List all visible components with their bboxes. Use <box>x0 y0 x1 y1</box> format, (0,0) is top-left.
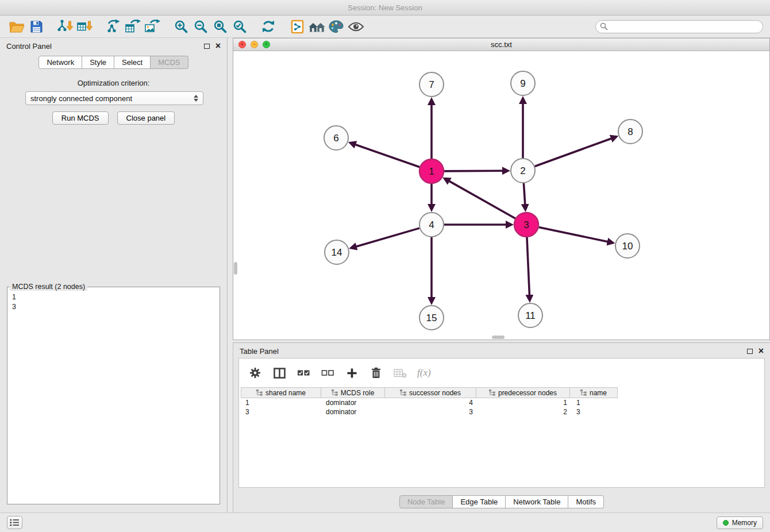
graph-node-3[interactable]: 3 <box>514 213 538 237</box>
zoom-selected-icon[interactable] <box>230 17 249 36</box>
float-panel-icon[interactable] <box>204 44 210 49</box>
cell-successor-nodes[interactable]: 3 <box>386 407 478 417</box>
graph-node-1[interactable]: 1 <box>419 159 444 183</box>
cell-name[interactable]: 1 <box>572 398 620 407</box>
table-row[interactable]: 3dominator323 <box>241 407 764 417</box>
refresh-icon[interactable] <box>259 17 278 36</box>
import-table-icon[interactable] <box>75 17 94 36</box>
column-header-MCDS-role[interactable]: MCDS role <box>321 387 385 398</box>
tab-motifs[interactable]: Motifs <box>568 495 604 508</box>
edge-2-to-3[interactable] <box>523 183 525 205</box>
memory-button[interactable]: Memory <box>717 516 763 529</box>
zoom-in-icon[interactable] <box>171 17 191 36</box>
graph-node-9[interactable]: 9 <box>511 71 535 95</box>
save-icon[interactable] <box>26 17 46 36</box>
mcds-result-text[interactable]: 1 3 <box>7 291 220 504</box>
network-graph-canvas[interactable]: 1234678910111415 <box>233 51 769 340</box>
edge-2-to-8[interactable] <box>535 138 611 167</box>
delete-table-icon[interactable] <box>391 364 409 382</box>
edge-3-to-10[interactable] <box>539 228 608 242</box>
add-row-icon[interactable] <box>342 364 361 382</box>
graph-node-4[interactable]: 4 <box>419 213 444 237</box>
tab-select[interactable]: Select <box>114 56 151 69</box>
graph-node-8[interactable]: 8 <box>618 119 642 144</box>
cell-MCDS-role[interactable]: dominator <box>321 398 386 407</box>
vertical-scrollbar[interactable] <box>234 262 237 275</box>
fx-icon[interactable]: f(x) <box>415 367 431 379</box>
cell-predecessor-nodes[interactable]: 2 <box>478 407 572 417</box>
close-window-icon[interactable]: × <box>238 41 246 48</box>
graph-node-7[interactable]: 7 <box>419 72 444 97</box>
float-table-panel-icon[interactable] <box>747 349 753 354</box>
graph-node-label: 8 <box>627 126 633 137</box>
zoom-out-icon[interactable] <box>191 17 210 36</box>
graph-node-label: 14 <box>332 247 342 258</box>
cell-shared-name[interactable]: 1 <box>241 398 321 407</box>
column-header-label: predecessor nodes <box>498 389 557 397</box>
houses-icon[interactable] <box>307 17 326 36</box>
zoom-fit-icon[interactable] <box>210 17 230 36</box>
eye-icon[interactable] <box>346 17 365 36</box>
export-image-icon[interactable] <box>143 17 162 36</box>
close-panel-button[interactable]: Close panel <box>117 111 175 125</box>
graph-node-10[interactable]: 10 <box>615 234 640 258</box>
horizontal-scrollbar[interactable] <box>492 336 505 339</box>
cell-predecessor-nodes[interactable]: 1 <box>478 398 572 407</box>
graph-node-11[interactable]: 11 <box>518 303 542 327</box>
import-network-icon[interactable] <box>55 17 75 36</box>
close-table-panel-icon[interactable]: × <box>759 346 764 356</box>
cell-name[interactable]: 3 <box>572 407 620 417</box>
palette-icon[interactable] <box>326 17 346 36</box>
cell-shared-name[interactable]: 3 <box>241 407 321 417</box>
select-all-icon[interactable] <box>294 364 313 382</box>
minimize-window-icon[interactable]: − <box>251 41 258 48</box>
column-header-successor-nodes[interactable]: successor nodes <box>384 387 476 398</box>
tab-network-table[interactable]: Network Table <box>506 495 568 508</box>
edge-1-to-6[interactable] <box>355 145 419 167</box>
column-header-shared-name[interactable]: shared name <box>241 387 321 398</box>
document-share-icon[interactable] <box>287 17 307 36</box>
search-box[interactable] <box>595 20 763 33</box>
edge-4-to-14[interactable] <box>356 228 419 246</box>
graph-node-6[interactable]: 6 <box>324 126 348 150</box>
column-header-predecessor-nodes[interactable]: predecessor nodes <box>476 387 570 398</box>
open-folder-icon[interactable] <box>7 17 26 36</box>
settings-gear-icon[interactable] <box>246 364 264 382</box>
tab-mcds[interactable]: MCDS <box>151 56 188 69</box>
export-network-icon[interactable] <box>103 17 123 36</box>
table-row[interactable]: 1dominator411 <box>241 398 764 407</box>
sort-icon <box>489 390 495 396</box>
graph-node-15[interactable]: 15 <box>419 306 444 330</box>
column-header-label: shared name <box>265 389 306 397</box>
delete-row-icon[interactable] <box>367 364 385 382</box>
tab-network[interactable]: Network <box>38 56 82 69</box>
mcds-result-box: MCDS result (2 nodes) 1 3 <box>7 283 220 504</box>
run-mcds-button[interactable]: Run MCDS <box>52 111 109 125</box>
tab-edge-table[interactable]: Edge Table <box>453 495 506 508</box>
control-panel-title: Control Panel <box>6 42 52 51</box>
optimization-dropdown[interactable]: strongly connected component <box>25 91 203 105</box>
search-input[interactable] <box>595 20 763 33</box>
column-header-name[interactable]: name <box>569 387 618 398</box>
edge-3-to-1[interactable] <box>449 181 515 218</box>
network-window-titlebar[interactable]: × − + scc.txt <box>233 38 769 51</box>
graph-node-14[interactable]: 14 <box>325 240 349 264</box>
graph-node-2[interactable]: 2 <box>511 159 535 183</box>
task-history-button[interactable] <box>7 516 22 529</box>
tab-style[interactable]: Style <box>82 56 114 69</box>
close-panel-icon[interactable]: × <box>215 41 221 51</box>
optimization-criterion-label: Optimization criterion: <box>0 79 227 87</box>
edge-3-to-11[interactable] <box>527 237 529 295</box>
window-title: Session: New Session <box>348 3 422 12</box>
cell-MCDS-role[interactable]: dominator <box>321 407 386 417</box>
graph-node-label: 15 <box>426 313 437 323</box>
cell-successor-nodes[interactable]: 4 <box>386 398 478 407</box>
columns-icon[interactable] <box>270 364 288 382</box>
maximize-window-icon[interactable]: + <box>263 41 270 48</box>
network-window-title: scc.txt <box>491 40 512 49</box>
titlebar[interactable]: Session: New Session <box>0 0 770 16</box>
tab-node-table[interactable]: Node Table <box>399 495 453 508</box>
deselect-all-icon[interactable] <box>318 364 337 382</box>
export-table-icon[interactable] <box>123 17 143 36</box>
edge-1-to-2[interactable] <box>444 171 503 171</box>
